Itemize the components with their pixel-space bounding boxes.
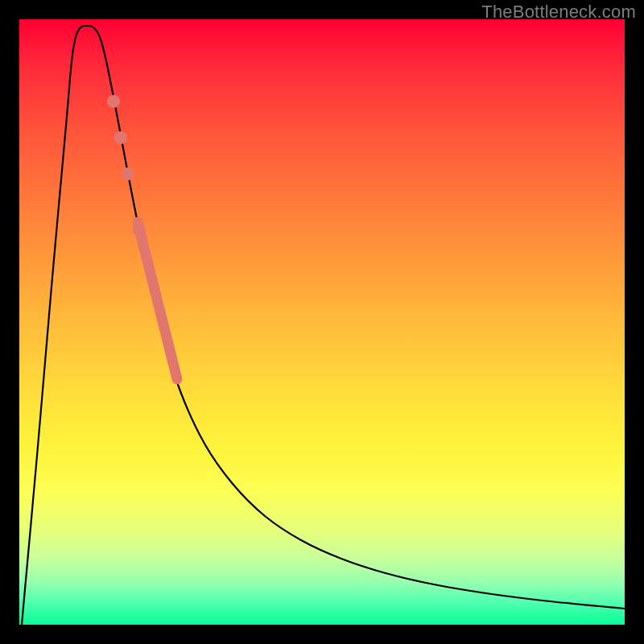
marker-c (114, 131, 127, 144)
main-curve (22, 26, 625, 625)
marker-a (133, 224, 146, 237)
bottleneck-curve-path (22, 26, 625, 625)
marker-d (107, 95, 120, 108)
plot-area (19, 19, 625, 625)
chart-frame: TheBottleneck.com (0, 0, 644, 644)
highlight-layer (138, 222, 177, 379)
chart-svg (19, 19, 625, 625)
marker-b (122, 167, 134, 180)
watermark-text: TheBottleneck.com (481, 2, 636, 23)
highlight-segment-path (138, 222, 177, 379)
